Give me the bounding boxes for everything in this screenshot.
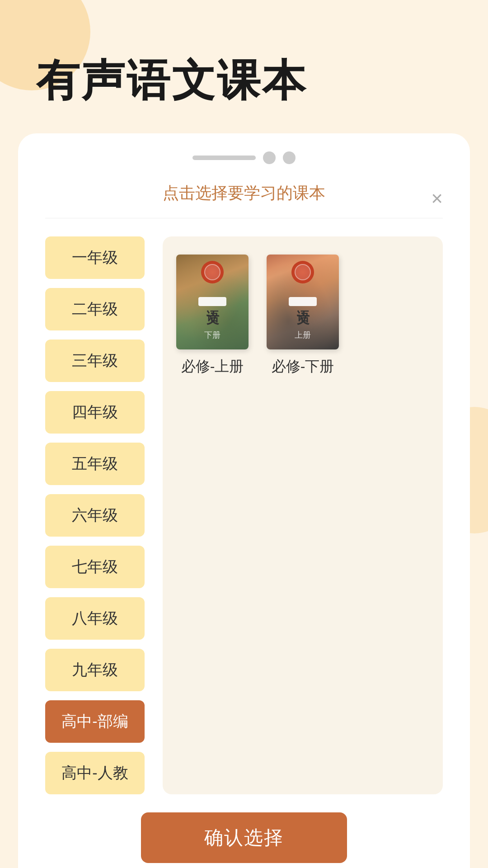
book-volume-2: 上册 bbox=[267, 330, 339, 340]
book-text-label-2: 语文 bbox=[289, 297, 317, 306]
card-indicator-row bbox=[45, 151, 443, 164]
book-volume-1: 下册 bbox=[176, 330, 249, 340]
book-title-2: 必修-下册 bbox=[272, 357, 334, 377]
card-header: 点击选择要学习的课本 × bbox=[45, 182, 443, 218]
grade-item-6[interactable]: 六年级 bbox=[45, 494, 145, 537]
card-container: 点击选择要学习的课本 × 一年级 二年级 三年级 四年级 五年级 六年级 七年级… bbox=[18, 133, 470, 868]
book-item-1[interactable]: 语文 下册 必修-上册 bbox=[176, 255, 249, 377]
book-cover-1: 语文 下册 bbox=[176, 255, 249, 349]
grade-item-1[interactable]: 一年级 bbox=[45, 236, 145, 279]
book-item-2[interactable]: 语文 上册 必修-下册 bbox=[267, 255, 339, 377]
grade-item-10[interactable]: 高中-部编 bbox=[45, 700, 145, 743]
book-title-1: 必修-上册 bbox=[181, 357, 244, 377]
confirm-button[interactable]: 确认选择 bbox=[141, 812, 347, 863]
grade-item-4[interactable]: 四年级 bbox=[45, 391, 145, 434]
book-text-label-1: 语文 bbox=[198, 297, 226, 306]
indicator-dot-2 bbox=[283, 151, 296, 164]
book-cover-2: 语文 上册 bbox=[267, 255, 339, 349]
grade-item-9[interactable]: 九年级 bbox=[45, 649, 145, 691]
books-grid: 语文 下册 必修-上册 语文 上册 必修-下册 bbox=[176, 255, 339, 377]
indicator-bar bbox=[192, 156, 256, 160]
close-button[interactable]: × bbox=[431, 188, 443, 208]
grade-item-3[interactable]: 三年级 bbox=[45, 340, 145, 382]
grade-item-11[interactable]: 高中-人教 bbox=[45, 752, 145, 794]
book-seal-inner-2 bbox=[295, 264, 311, 280]
grade-item-7[interactable]: 七年级 bbox=[45, 546, 145, 588]
grade-item-5[interactable]: 五年级 bbox=[45, 443, 145, 485]
card-header-title: 点击选择要学习的课本 bbox=[163, 182, 325, 204]
page-title-area: 有声语文课本 bbox=[0, 0, 488, 133]
grade-item-8[interactable]: 八年级 bbox=[45, 597, 145, 640]
confirm-area: 确认选择 bbox=[45, 794, 443, 868]
page-title: 有声语文课本 bbox=[36, 54, 452, 106]
indicator-dot-1 bbox=[263, 151, 276, 164]
book-seal-1 bbox=[201, 261, 224, 283]
book-seal-inner-1 bbox=[204, 264, 221, 280]
book-seal-2 bbox=[291, 261, 314, 283]
books-panel: 语文 下册 必修-上册 语文 上册 必修-下册 bbox=[163, 236, 443, 794]
grade-item-2[interactable]: 二年级 bbox=[45, 288, 145, 330]
grade-list: 一年级 二年级 三年级 四年级 五年级 六年级 七年级 八年级 九年级 高中-部… bbox=[45, 236, 145, 794]
content-area: 一年级 二年级 三年级 四年级 五年级 六年级 七年级 八年级 九年级 高中-部… bbox=[45, 236, 443, 794]
